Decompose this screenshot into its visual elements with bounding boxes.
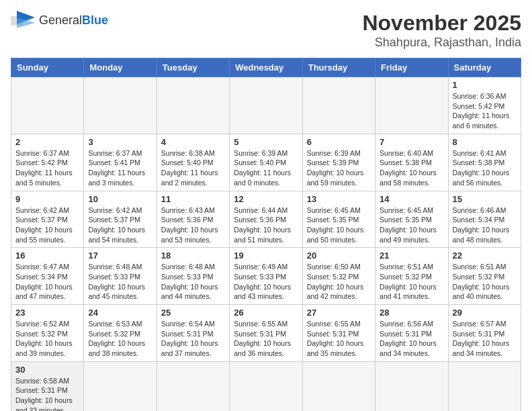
calendar-cell: 25Sunrise: 6:54 AM Sunset: 5:31 PM Dayli… xyxy=(157,305,229,362)
day-info: Sunrise: 6:37 AM Sunset: 5:41 PM Dayligh… xyxy=(88,148,152,188)
day-number: 3 xyxy=(88,137,152,147)
calendar-cell xyxy=(448,361,521,411)
day-number: 15 xyxy=(453,194,517,204)
logo: GeneralBlue xyxy=(11,11,108,31)
day-info: Sunrise: 6:51 AM Sunset: 5:32 PM Dayligh… xyxy=(380,262,443,302)
day-info: Sunrise: 6:50 AM Sunset: 5:32 PM Dayligh… xyxy=(307,262,371,302)
day-number: 16 xyxy=(15,250,79,261)
day-info: Sunrise: 6:49 AM Sunset: 5:33 PM Dayligh… xyxy=(234,262,298,302)
page-title: November 2025 xyxy=(362,11,521,36)
day-number: 27 xyxy=(307,308,371,318)
calendar-cell: 18Sunrise: 6:48 AM Sunset: 5:33 PM Dayli… xyxy=(157,248,229,305)
day-info: Sunrise: 6:39 AM Sunset: 5:39 PM Dayligh… xyxy=(307,148,371,188)
calendar-cell: 3Sunrise: 6:37 AM Sunset: 5:41 PM Daylig… xyxy=(84,134,157,191)
calendar-cell: 27Sunrise: 6:55 AM Sunset: 5:31 PM Dayli… xyxy=(302,305,375,362)
day-number: 22 xyxy=(453,250,517,261)
day-info: Sunrise: 6:53 AM Sunset: 5:32 PM Dayligh… xyxy=(88,319,152,359)
calendar-cell xyxy=(375,77,448,134)
day-number: 1 xyxy=(453,80,517,90)
day-info: Sunrise: 6:58 AM Sunset: 5:31 PM Dayligh… xyxy=(15,376,79,411)
day-number: 17 xyxy=(88,250,152,261)
calendar-header-row: SundayMondayTuesdayWednesdayThursdayFrid… xyxy=(11,58,521,77)
day-number: 12 xyxy=(234,194,298,204)
day-info: Sunrise: 6:44 AM Sunset: 5:36 PM Dayligh… xyxy=(234,205,298,245)
calendar-cell: 17Sunrise: 6:48 AM Sunset: 5:33 PM Dayli… xyxy=(84,248,157,305)
header: GeneralBlue November 2025 Shahpura, Raja… xyxy=(11,11,521,50)
calendar-cell: 22Sunrise: 6:51 AM Sunset: 5:32 PM Dayli… xyxy=(448,248,521,305)
day-number: 21 xyxy=(380,250,443,261)
day-info: Sunrise: 6:51 AM Sunset: 5:32 PM Dayligh… xyxy=(453,262,517,302)
day-info: Sunrise: 6:40 AM Sunset: 5:38 PM Dayligh… xyxy=(380,148,443,188)
day-info: Sunrise: 6:38 AM Sunset: 5:40 PM Dayligh… xyxy=(161,148,225,188)
page-subtitle: Shahpura, Rajasthan, India xyxy=(362,36,521,50)
calendar-cell: 8Sunrise: 6:41 AM Sunset: 5:38 PM Daylig… xyxy=(448,134,521,191)
calendar-cell: 14Sunrise: 6:45 AM Sunset: 5:35 PM Dayli… xyxy=(375,191,448,248)
calendar-cell: 7Sunrise: 6:40 AM Sunset: 5:38 PM Daylig… xyxy=(375,134,448,191)
calendar-cell: 21Sunrise: 6:51 AM Sunset: 5:32 PM Dayli… xyxy=(375,248,448,305)
calendar-week-row: 9Sunrise: 6:42 AM Sunset: 5:37 PM Daylig… xyxy=(11,191,521,248)
day-number: 6 xyxy=(307,137,371,147)
calendar-cell: 20Sunrise: 6:50 AM Sunset: 5:32 PM Dayli… xyxy=(302,248,375,305)
day-number: 7 xyxy=(380,137,443,147)
calendar-cell: 1Sunrise: 6:36 AM Sunset: 5:42 PM Daylig… xyxy=(448,77,521,134)
day-info: Sunrise: 6:47 AM Sunset: 5:34 PM Dayligh… xyxy=(15,262,79,302)
day-info: Sunrise: 6:56 AM Sunset: 5:31 PM Dayligh… xyxy=(380,319,443,359)
calendar-week-row: 30Sunrise: 6:58 AM Sunset: 5:31 PM Dayli… xyxy=(11,361,521,411)
day-number: 13 xyxy=(307,194,371,204)
calendar-cell: 23Sunrise: 6:52 AM Sunset: 5:32 PM Dayli… xyxy=(11,305,84,362)
calendar-cell: 10Sunrise: 6:42 AM Sunset: 5:37 PM Dayli… xyxy=(84,191,157,248)
day-number: 29 xyxy=(453,308,517,318)
calendar-cell xyxy=(84,361,157,411)
calendar-cell: 4Sunrise: 6:38 AM Sunset: 5:40 PM Daylig… xyxy=(157,134,229,191)
day-info: Sunrise: 6:42 AM Sunset: 5:37 PM Dayligh… xyxy=(15,205,79,245)
day-info: Sunrise: 6:55 AM Sunset: 5:31 PM Dayligh… xyxy=(234,319,298,359)
day-info: Sunrise: 6:42 AM Sunset: 5:37 PM Dayligh… xyxy=(88,205,152,245)
calendar-cell: 9Sunrise: 6:42 AM Sunset: 5:37 PM Daylig… xyxy=(11,191,84,248)
calendar-cell xyxy=(375,361,448,411)
calendar-cell xyxy=(230,361,302,411)
calendar-cell: 30Sunrise: 6:58 AM Sunset: 5:31 PM Dayli… xyxy=(11,361,84,411)
calendar-week-row: 23Sunrise: 6:52 AM Sunset: 5:32 PM Dayli… xyxy=(11,305,521,362)
calendar-cell: 19Sunrise: 6:49 AM Sunset: 5:33 PM Dayli… xyxy=(230,248,302,305)
calendar-cell xyxy=(230,77,302,134)
calendar-cell xyxy=(84,77,157,134)
calendar-cell xyxy=(302,77,375,134)
day-number: 2 xyxy=(15,137,79,147)
calendar-header-tuesday: Tuesday xyxy=(157,58,229,77)
calendar-cell: 28Sunrise: 6:56 AM Sunset: 5:31 PM Dayli… xyxy=(375,305,448,362)
calendar-cell xyxy=(157,361,229,411)
calendar-cell: 5Sunrise: 6:39 AM Sunset: 5:40 PM Daylig… xyxy=(230,134,302,191)
day-number: 20 xyxy=(307,250,371,261)
calendar-header-saturday: Saturday xyxy=(448,58,521,77)
calendar-cell: 12Sunrise: 6:44 AM Sunset: 5:36 PM Dayli… xyxy=(230,191,302,248)
calendar-header-thursday: Thursday xyxy=(302,58,375,77)
day-info: Sunrise: 6:46 AM Sunset: 5:34 PM Dayligh… xyxy=(453,205,517,245)
day-info: Sunrise: 6:45 AM Sunset: 5:35 PM Dayligh… xyxy=(307,205,371,245)
day-info: Sunrise: 6:48 AM Sunset: 5:33 PM Dayligh… xyxy=(161,262,225,302)
day-info: Sunrise: 6:39 AM Sunset: 5:40 PM Dayligh… xyxy=(234,148,298,188)
day-info: Sunrise: 6:41 AM Sunset: 5:38 PM Dayligh… xyxy=(453,148,517,188)
day-number: 14 xyxy=(380,194,443,204)
calendar-cell: 16Sunrise: 6:47 AM Sunset: 5:34 PM Dayli… xyxy=(11,248,84,305)
title-block: November 2025 Shahpura, Rajasthan, India xyxy=(362,11,521,50)
day-number: 19 xyxy=(234,250,298,261)
calendar-cell: 26Sunrise: 6:55 AM Sunset: 5:31 PM Dayli… xyxy=(230,305,302,362)
day-number: 18 xyxy=(161,250,225,261)
day-number: 26 xyxy=(234,308,298,318)
calendar-cell: 24Sunrise: 6:53 AM Sunset: 5:32 PM Dayli… xyxy=(84,305,157,362)
day-info: Sunrise: 6:37 AM Sunset: 5:42 PM Dayligh… xyxy=(15,148,79,188)
logo-blue: Blue xyxy=(82,13,108,27)
day-number: 30 xyxy=(15,365,79,375)
calendar: SundayMondayTuesdayWednesdayThursdayFrid… xyxy=(11,58,521,411)
calendar-cell xyxy=(11,77,84,134)
calendar-header-sunday: Sunday xyxy=(11,58,84,77)
day-number: 24 xyxy=(88,308,152,318)
calendar-header-wednesday: Wednesday xyxy=(230,58,302,77)
calendar-cell: 15Sunrise: 6:46 AM Sunset: 5:34 PM Dayli… xyxy=(448,191,521,248)
calendar-header-friday: Friday xyxy=(375,58,448,77)
day-info: Sunrise: 6:55 AM Sunset: 5:31 PM Dayligh… xyxy=(307,319,371,359)
day-info: Sunrise: 6:43 AM Sunset: 5:36 PM Dayligh… xyxy=(161,205,225,245)
calendar-cell xyxy=(157,77,229,134)
day-number: 10 xyxy=(88,194,152,204)
calendar-week-row: 2Sunrise: 6:37 AM Sunset: 5:42 PM Daylig… xyxy=(11,134,521,191)
